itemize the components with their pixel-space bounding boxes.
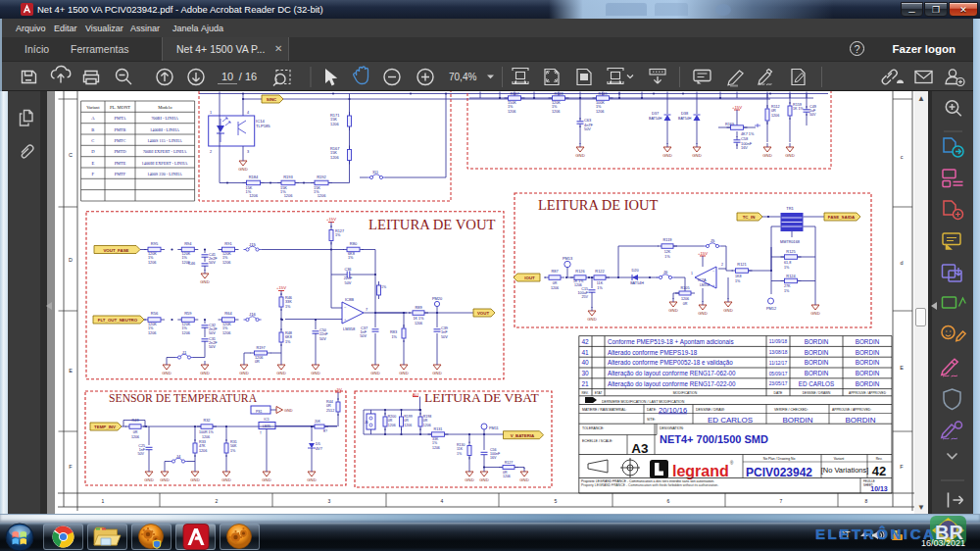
svg-text:SINC: SINC	[267, 97, 277, 102]
svg-text:D38: D38	[681, 111, 688, 116]
svg-text:GND: GND	[519, 477, 528, 482]
svg-text:E: E	[91, 161, 94, 166]
svg-text:PL. MONT: PL. MONT	[110, 105, 130, 110]
svg-text:APPROUVE / APPROVED:: APPROUVE / APPROVED:	[832, 408, 871, 412]
svg-text:30: 30	[581, 370, 589, 376]
svg-text:1K8: 1K8	[735, 275, 742, 278]
svg-text:Conforme PMEP519-18 + Apontam: Conforme PMEP519-18 + Apontam adicionais	[608, 338, 734, 346]
svg-text:J1: J1	[182, 350, 187, 355]
svg-text:8: 8	[865, 498, 868, 504]
svg-text:11/09/18: 11/09/18	[769, 339, 788, 344]
svg-text:BORDIN: BORDIN	[856, 349, 880, 356]
svg-text:J4: J4	[176, 454, 181, 459]
svg-text:16V: 16V	[741, 145, 748, 150]
svg-text:NET4+ 700/1500 SMD: NET4+ 700/1500 SMD	[660, 433, 768, 445]
svg-text:PM12: PM12	[766, 306, 776, 311]
svg-text:22nF: 22nF	[344, 276, 353, 280]
svg-text:1206: 1206	[596, 110, 604, 114]
svg-text:LM358: LM358	[343, 326, 356, 331]
svg-text:+: +	[712, 282, 715, 287]
svg-text:BAT54H: BAT54H	[678, 117, 692, 121]
svg-text:C36: C36	[345, 268, 352, 272]
svg-text:16V: 16V	[490, 456, 497, 460]
svg-text:GND: GND	[238, 167, 247, 172]
svg-text:PMTF: PMTF	[115, 172, 126, 176]
svg-text:Variant: Variant	[834, 457, 845, 461]
svg-text:VERIFIE / CHECKED:: VERIFIE / CHECKED:	[774, 408, 808, 412]
svg-text:GND: GND	[762, 153, 771, 158]
svg-text:1400BI - LINHA: 1400BI - LINHA	[150, 127, 180, 132]
svg-text:GND: GND	[399, 371, 408, 376]
svg-text:50V: 50V	[360, 334, 367, 338]
svg-text:R197: R197	[256, 346, 265, 350]
svg-text:50V: 50V	[209, 345, 216, 349]
svg-text:MATIERE / RAW-MATERIAL:: MATIERE / RAW-MATERIAL:	[582, 408, 627, 412]
svg-text:1: 1	[210, 111, 212, 115]
svg-text:R131: R131	[434, 427, 443, 431]
svg-text:J15: J15	[249, 242, 256, 247]
svg-text:R32: R32	[204, 419, 211, 423]
svg-text:BORDIN: BORDIN	[856, 338, 880, 345]
svg-text:1206: 1206	[423, 424, 431, 427]
svg-text:R125: R125	[786, 249, 795, 254]
svg-text:D: D	[91, 149, 95, 154]
svg-text:FLT_OUT_NEUTRO: FLT_OUT_NEUTRO	[98, 318, 138, 323]
svg-text:20/10/16: 20/10/16	[659, 406, 687, 415]
svg-text:GND: GND	[465, 477, 473, 482]
svg-text:IC7A: IC7A	[698, 278, 707, 282]
svg-text:GND: GND	[239, 371, 248, 376]
svg-text:50V: 50V	[209, 261, 216, 265]
svg-text:ETAT: ETAT	[595, 391, 603, 395]
svg-text:Alterado conforme PMEP0052-18: Alterado conforme PMEP0052-18 e validaçã…	[608, 359, 733, 367]
svg-text:GND: GND	[479, 477, 488, 482]
svg-text:05/09/17: 05/09/17	[769, 372, 788, 376]
svg-text:1206: 1206	[432, 446, 440, 450]
svg-text:1%: 1%	[285, 340, 291, 344]
svg-text:BORDIN: BORDIN	[856, 370, 880, 376]
svg-text:J6: J6	[365, 421, 368, 425]
svg-text:1206: 1206	[330, 122, 339, 126]
svg-text:J16: J16	[249, 312, 256, 317]
svg-text:D: D	[69, 257, 73, 263]
svg-text:GND: GND	[587, 317, 596, 322]
svg-text:REV.: REV.	[581, 391, 588, 395]
svg-text:1%: 1%	[664, 255, 670, 259]
svg-text:1K 1%: 1K 1%	[414, 317, 425, 321]
svg-text:25V: 25V	[581, 295, 588, 299]
svg-text:1206: 1206	[551, 286, 559, 290]
svg-text:1206: 1206	[148, 331, 156, 335]
svg-text:R169: R169	[725, 123, 734, 126]
svg-text:BORDIN: BORDIN	[782, 416, 812, 425]
svg-text:IOUT: IOUT	[524, 276, 535, 280]
svg-text:PM20: PM20	[432, 296, 443, 301]
svg-text:50V: 50V	[441, 335, 448, 339]
svg-text:SITE:: SITE:	[647, 418, 656, 422]
svg-text:13/08/18: 13/08/18	[769, 350, 788, 355]
svg-text:2: 2	[721, 263, 723, 267]
svg-text:GND: GND	[162, 371, 171, 376]
svg-text:1206: 1206	[199, 449, 207, 453]
svg-text:1206: 1206	[222, 331, 230, 335]
svg-text:R94: R94	[184, 241, 192, 246]
svg-text:legrand: legrand	[672, 463, 729, 479]
svg-text:GND: GND	[144, 477, 153, 482]
svg-text:Propriete LEGRAND FRANCE - Com: Propriete LEGRAND FRANCE - Communication…	[581, 479, 714, 483]
svg-text:R89: R89	[415, 305, 421, 310]
svg-text:SENSOR DE TEMPERATURA: SENSOR DE TEMPERATURA	[109, 392, 258, 405]
svg-text:DESSINE / DRAWN: DESSINE / DRAWN	[803, 391, 831, 395]
svg-text:7: 7	[366, 308, 368, 312]
svg-text:APPROUVE / APPROVED: APPROUVE / APPROVED	[849, 391, 887, 395]
svg-text:Modelo: Modelo	[158, 105, 172, 110]
svg-text:R91: R91	[224, 241, 232, 246]
svg-text:0R: 0R	[133, 430, 138, 434]
svg-text:1%: 1%	[348, 256, 354, 260]
svg-text:TLP185: TLP185	[256, 124, 270, 128]
svg-text:C46: C46	[188, 262, 195, 266]
svg-text:50V: 50V	[209, 331, 216, 335]
svg-text:PMTE: PMTE	[115, 161, 126, 166]
svg-text:12K: 12K	[664, 250, 671, 254]
svg-text:1400S 115 - LINHA: 1400S 115 - LINHA	[147, 138, 182, 143]
svg-text:ED CARLOS: ED CARLOS	[799, 380, 834, 387]
svg-text:DERNIERE MODIFICATION / LAST M: DERNIERE MODIFICATION / LAST MODIFICATIO…	[602, 400, 685, 404]
svg-text:TR1: TR1	[786, 206, 794, 211]
